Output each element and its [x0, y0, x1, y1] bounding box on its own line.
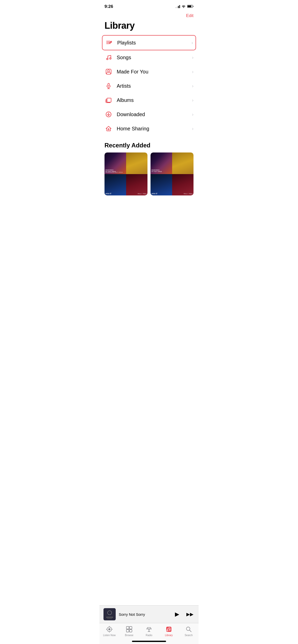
album-card-1[interactable]: MEMORIESDO NOT OPEN miss E Mary J. Blige: [105, 152, 147, 195]
made-for-you-icon: [105, 68, 113, 75]
svg-point-9: [108, 70, 110, 72]
library-list: Playlists › Songs › Made For You ›: [99, 35, 199, 136]
svg-rect-10: [108, 83, 109, 86]
status-time: 9:26: [105, 4, 113, 9]
artists-icon: [105, 82, 113, 89]
chevron-right-icon: ›: [192, 98, 193, 103]
svg-rect-1: [193, 6, 193, 7]
playlists-label: Playlists: [117, 40, 191, 46]
chevron-right-icon: ›: [192, 69, 193, 74]
downloaded-icon: [105, 111, 113, 118]
svg-point-6: [107, 58, 108, 60]
page-title: Library: [99, 19, 199, 35]
mosaic-cell-maryj: Mary J. Blige: [126, 174, 148, 196]
library-item-made-for-you[interactable]: Made For You ›: [99, 65, 199, 79]
svg-point-7: [110, 58, 111, 59]
mosaic-cell-misse: miss E: [105, 174, 126, 196]
home-sharing-icon: [105, 125, 113, 132]
mosaic-cell-chainsmokers-2: MEMORIESDO NOT OPEN: [151, 152, 172, 174]
wifi-icon: [182, 4, 186, 9]
chevron-right-icon: ›: [192, 55, 193, 60]
header: Edit: [99, 11, 199, 19]
library-item-artists[interactable]: Artists ›: [99, 79, 199, 93]
library-item-playlists[interactable]: Playlists ›: [102, 35, 196, 50]
edit-button[interactable]: Edit: [186, 12, 193, 19]
made-for-you-label: Made For You: [117, 69, 192, 75]
status-icons: [175, 4, 193, 9]
song-icon: [105, 54, 113, 61]
library-item-downloaded[interactable]: Downloaded ›: [99, 107, 199, 121]
home-sharing-label: Home Sharing: [117, 126, 192, 132]
chevron-right-icon: ›: [192, 83, 193, 89]
album-grid: MEMORIESDO NOT OPEN miss E Mary J. Blige…: [99, 152, 199, 195]
mosaic-cell-chainsmokers: MEMORIESDO NOT OPEN: [105, 152, 126, 174]
svg-rect-13: [107, 98, 111, 102]
battery-icon: [187, 4, 193, 9]
chevron-right-icon: ›: [192, 112, 193, 117]
library-item-albums[interactable]: Albums ›: [99, 93, 199, 107]
library-item-songs[interactable]: Songs ›: [99, 50, 199, 65]
artists-label: Artists: [117, 83, 192, 89]
songs-label: Songs: [117, 55, 192, 60]
recently-added-title: Recently Added: [99, 136, 199, 152]
mosaic-cell-maryj-2: Mary J. Blige: [172, 174, 194, 196]
playlist-icon: [105, 39, 113, 46]
mosaic-cell-lizzo-2: [172, 152, 194, 174]
svg-rect-2: [188, 6, 191, 7]
library-item-home-sharing[interactable]: Home Sharing ›: [99, 121, 199, 136]
mosaic-cell-misse-2: miss E: [151, 174, 172, 196]
albums-label: Albums: [117, 97, 192, 103]
albums-icon: [105, 97, 113, 104]
album-mosaic-2: MEMORIESDO NOT OPEN miss E Mary J. Blige: [151, 152, 193, 195]
status-bar: 9:26: [99, 0, 199, 11]
mosaic-cell-lizzo: [126, 152, 148, 174]
chevron-right-icon: ›: [192, 126, 193, 131]
downloaded-label: Downloaded: [117, 112, 192, 117]
album-card-2[interactable]: MEMORIESDO NOT OPEN miss E Mary J. Blige: [151, 152, 193, 195]
signal-icon: [175, 5, 180, 8]
chevron-right-icon: ›: [191, 40, 193, 45]
album-mosaic-1: MEMORIESDO NOT OPEN miss E Mary J. Blige: [105, 152, 147, 195]
